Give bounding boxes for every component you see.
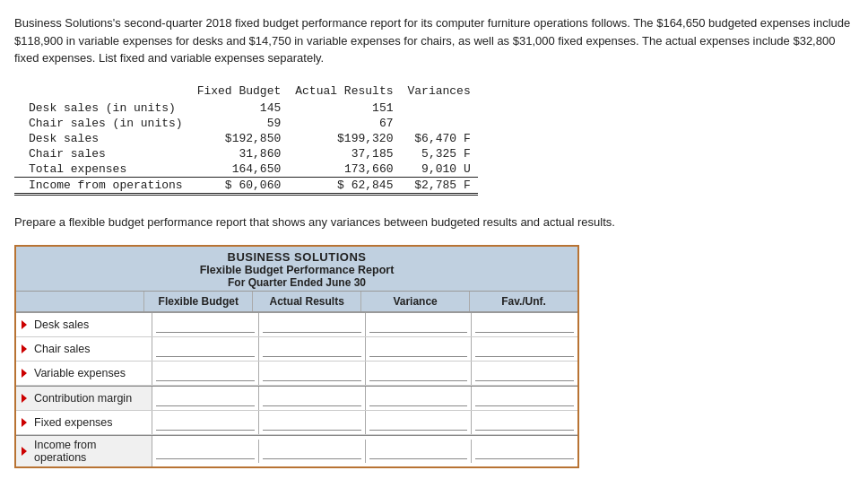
row-var-income-ops: $2,785 F — [400, 177, 477, 194]
row-cell-fav-chair[interactable] — [472, 337, 577, 361]
row-var-desk-units — [400, 100, 477, 116]
row-cell-flex-fixexp[interactable] — [152, 411, 259, 434]
row-label-total-expenses: Total expenses — [14, 161, 190, 178]
list-item: Contribution margin — [16, 386, 577, 411]
fixed-budget-table: Fixed Budget Actual Results Variances De… — [14, 83, 478, 196]
row-actual-chair-units: 67 — [288, 116, 400, 131]
row-cell-flex-income[interactable] — [152, 440, 259, 463]
fixed-budget-section: Fixed Budget Actual Results Variances De… — [14, 83, 854, 196]
list-item: Variable expenses — [16, 362, 577, 386]
row-cell-var-income[interactable] — [366, 440, 473, 463]
row-actual-desk-units: 151 — [288, 100, 400, 116]
row-actual-chair-sales: 37,185 — [288, 146, 400, 161]
flexible-budget-table: BUSINESS SOLUTIONS Flexible Budget Perfo… — [14, 245, 579, 468]
table-row: Chair sales (in units) 59 67 — [14, 116, 478, 131]
table-row: Total expenses 164,650 173,660 9,010 U — [14, 161, 478, 178]
row-label-fixed-expenses: Fixed expenses — [16, 411, 152, 434]
company-name: BUSINESS SOLUTIONS — [16, 250, 577, 264]
col-header-actual-results: Actual Results — [253, 292, 361, 311]
row-cell-var-contrib[interactable] — [366, 387, 473, 410]
row-actual-total-expenses: 173,660 — [288, 161, 400, 178]
row-fixed-chair-sales: 31,860 — [190, 146, 289, 161]
col-label-fixed-budget: Fixed Budget — [190, 83, 289, 100]
row-var-chair-sales: 5,325 F — [400, 146, 477, 161]
row-cell-fav-income[interactable] — [472, 440, 577, 463]
row-actual-desk-sales: $199,320 — [288, 131, 400, 146]
col-header-flexible-budget: Flexible Budget — [144, 292, 253, 311]
flex-data-rows: Desk sales Chair sales Variable expenses… — [16, 313, 577, 466]
row-cell-fav-desk[interactable] — [472, 313, 577, 336]
table-row: Desk sales $192,850 $199,320 $6,470 F — [14, 131, 478, 146]
row-cell-actual-contrib[interactable] — [259, 387, 366, 410]
row-var-total-expenses: 9,010 U — [400, 161, 477, 178]
table-header-row: Fixed Budget Actual Results Variances — [14, 83, 478, 100]
list-item: Desk sales — [16, 313, 577, 337]
row-cell-actual-chair[interactable] — [259, 337, 366, 361]
report-period: For Quarter Ended June 30 — [16, 276, 577, 289]
row-cell-var-fixexp[interactable] — [366, 411, 473, 434]
row-var-desk-sales: $6,470 F — [400, 131, 477, 146]
row-fixed-total-expenses: 164,650 — [190, 161, 289, 178]
row-var-chair-units — [400, 116, 477, 131]
list-item: Income from operations — [16, 435, 577, 466]
row-cell-actual-desk[interactable] — [259, 313, 366, 336]
row-cell-actual-varexp[interactable] — [259, 362, 366, 385]
row-label-desk-sales: Desk sales — [14, 131, 190, 146]
col-label-variances: Variances — [400, 83, 477, 100]
list-item: Chair sales — [16, 337, 577, 362]
row-label-contribution-margin: Contribution margin — [16, 387, 152, 410]
col-header-label — [16, 292, 144, 311]
intro-paragraph: Business Solutions's second-quarter 2018… — [14, 14, 854, 67]
row-fixed-desk-sales: $192,850 — [190, 131, 289, 146]
flex-col-headers: Flexible Budget Actual Results Variance … — [16, 292, 577, 313]
row-cell-var-varexp[interactable] — [366, 362, 473, 385]
row-label-income-from-operations: Income from operations — [16, 436, 152, 466]
row-cell-fav-fixexp[interactable] — [472, 411, 577, 434]
col-header-variance: Variance — [361, 292, 470, 311]
row-label-income-ops: Income from operations — [14, 177, 190, 194]
row-cell-flex-contrib[interactable] — [152, 387, 259, 410]
row-label-chair-units: Chair sales (in units) — [14, 116, 190, 131]
row-cell-flex-desk[interactable] — [152, 313, 259, 336]
row-fixed-chair-units: 59 — [190, 116, 289, 131]
table-row: Chair sales 31,860 37,185 5,325 F — [14, 146, 478, 161]
row-label-chair-sales: Chair sales — [16, 337, 152, 361]
col-label-blank — [14, 83, 190, 100]
row-cell-actual-fixexp[interactable] — [259, 411, 366, 434]
row-label-desk-units: Desk sales (in units) — [14, 100, 190, 116]
row-actual-income-ops: $ 62,845 — [288, 177, 400, 194]
report-title: Flexible Budget Performance Report — [16, 264, 577, 276]
row-cell-flex-varexp[interactable] — [152, 362, 259, 385]
row-cell-var-desk[interactable] — [366, 313, 473, 336]
row-cell-var-chair[interactable] — [366, 337, 473, 361]
row-cell-flex-chair[interactable] — [152, 337, 259, 361]
row-label-chair-sales: Chair sales — [14, 146, 190, 161]
row-cell-fav-varexp[interactable] — [472, 362, 577, 385]
flex-table-header: BUSINESS SOLUTIONS Flexible Budget Perfo… — [16, 247, 577, 292]
row-label-variable-expenses: Variable expenses — [16, 362, 152, 385]
prepare-text: Prepare a flexible budget performance re… — [14, 215, 854, 229]
col-header-fav-unf: Fav./Unf. — [470, 292, 577, 311]
list-item: Fixed expenses — [16, 411, 577, 435]
table-row: Desk sales (in units) 145 151 — [14, 100, 478, 116]
row-fixed-income-ops: $ 60,060 — [190, 177, 289, 194]
row-label-desk-sales: Desk sales — [16, 313, 152, 336]
row-fixed-desk-units: 145 — [190, 100, 289, 116]
table-row: Income from operations $ 60,060 $ 62,845… — [14, 177, 478, 194]
col-label-actual-results: Actual Results — [288, 83, 400, 100]
row-cell-actual-income[interactable] — [259, 440, 366, 463]
row-cell-fav-contrib[interactable] — [472, 387, 577, 410]
